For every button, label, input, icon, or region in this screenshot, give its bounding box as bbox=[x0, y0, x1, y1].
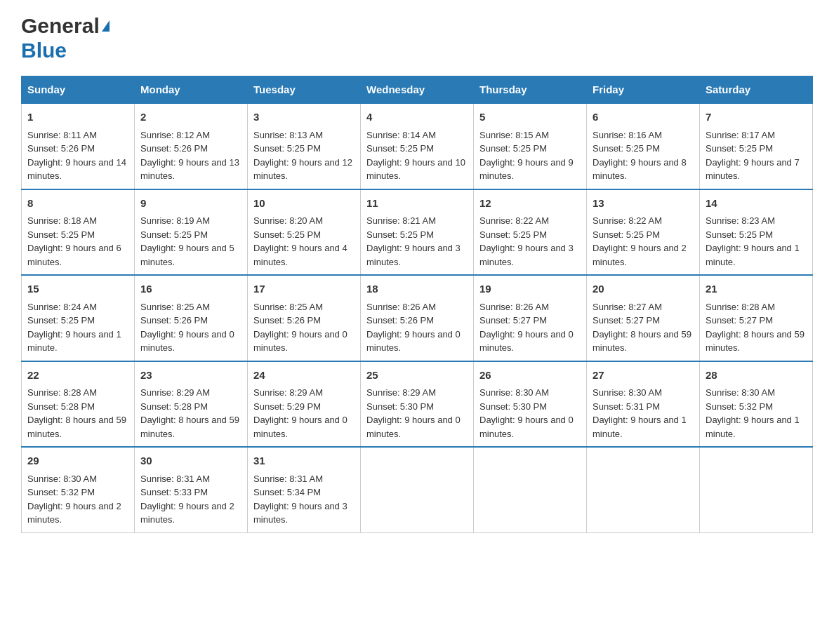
day-number: 8 bbox=[27, 196, 128, 212]
calendar-day: 5Sunrise: 8:15 AMSunset: 5:25 PMDaylight… bbox=[474, 103, 587, 189]
day-sunrise: Sunrise: 8:25 AM bbox=[140, 302, 210, 312]
day-daylight: Daylight: 9 hours and 0 minutes. bbox=[253, 415, 348, 439]
day-sunset: Sunset: 5:25 PM bbox=[27, 315, 95, 326]
empty-day bbox=[587, 447, 700, 532]
header-wednesday: Wednesday bbox=[361, 76, 474, 104]
day-daylight: Daylight: 9 hours and 7 minutes. bbox=[706, 157, 800, 182]
calendar-day: 15Sunrise: 8:24 AMSunset: 5:25 PMDayligh… bbox=[22, 275, 135, 361]
day-sunrise: Sunrise: 8:18 AM bbox=[27, 215, 97, 226]
day-sunset: Sunset: 5:25 PM bbox=[253, 229, 321, 240]
day-sunset: Sunset: 5:25 PM bbox=[706, 143, 773, 154]
day-number: 21 bbox=[706, 281, 807, 297]
day-number: 4 bbox=[366, 109, 468, 126]
day-daylight: Daylight: 9 hours and 0 minutes. bbox=[479, 329, 574, 354]
day-sunset: Sunset: 5:31 PM bbox=[593, 401, 660, 412]
day-sunset: Sunset: 5:27 PM bbox=[479, 315, 547, 326]
day-daylight: Daylight: 8 hours and 59 minutes. bbox=[706, 329, 805, 354]
day-daylight: Daylight: 9 hours and 5 minutes. bbox=[140, 243, 234, 267]
day-sunset: Sunset: 5:26 PM bbox=[140, 143, 208, 154]
day-number: 10 bbox=[253, 196, 355, 212]
day-sunrise: Sunrise: 8:29 AM bbox=[366, 387, 436, 398]
calendar-day: 17Sunrise: 8:25 AMSunset: 5:26 PMDayligh… bbox=[248, 275, 361, 361]
calendar-day: 23Sunrise: 8:29 AMSunset: 5:28 PMDayligh… bbox=[135, 361, 248, 448]
day-daylight: Daylight: 9 hours and 1 minute. bbox=[706, 243, 800, 267]
day-daylight: Daylight: 9 hours and 3 minutes. bbox=[479, 243, 574, 267]
day-number: 31 bbox=[253, 453, 355, 469]
day-number: 15 bbox=[27, 281, 128, 297]
day-number: 26 bbox=[479, 368, 581, 384]
day-sunset: Sunset: 5:25 PM bbox=[27, 229, 95, 240]
day-sunset: Sunset: 5:25 PM bbox=[593, 229, 660, 240]
logo-general: General bbox=[21, 14, 100, 37]
day-sunset: Sunset: 5:26 PM bbox=[27, 143, 95, 154]
day-daylight: Daylight: 9 hours and 2 minutes. bbox=[593, 243, 687, 267]
day-number: 16 bbox=[140, 281, 241, 297]
day-sunset: Sunset: 5:25 PM bbox=[366, 229, 434, 240]
day-sunrise: Sunrise: 8:30 AM bbox=[27, 474, 97, 484]
day-daylight: Daylight: 9 hours and 2 minutes. bbox=[140, 501, 234, 525]
day-sunrise: Sunrise: 8:31 AM bbox=[140, 474, 210, 484]
day-sunrise: Sunrise: 8:27 AM bbox=[593, 302, 662, 312]
day-sunset: Sunset: 5:25 PM bbox=[140, 229, 208, 240]
day-number: 18 bbox=[366, 281, 468, 297]
day-sunset: Sunset: 5:25 PM bbox=[479, 143, 547, 154]
header-friday: Friday bbox=[587, 76, 700, 104]
day-sunrise: Sunrise: 8:24 AM bbox=[27, 302, 97, 312]
day-number: 19 bbox=[479, 281, 581, 297]
day-sunrise: Sunrise: 8:23 AM bbox=[706, 215, 775, 226]
calendar-week-row: 8Sunrise: 8:18 AMSunset: 5:25 PMDaylight… bbox=[22, 189, 813, 276]
day-daylight: Daylight: 9 hours and 0 minutes. bbox=[479, 415, 574, 439]
calendar-day: 10Sunrise: 8:20 AMSunset: 5:25 PMDayligh… bbox=[248, 189, 361, 276]
day-sunset: Sunset: 5:30 PM bbox=[479, 401, 547, 412]
header-tuesday: Tuesday bbox=[248, 76, 361, 104]
calendar-day: 9Sunrise: 8:19 AMSunset: 5:25 PMDaylight… bbox=[135, 189, 248, 276]
calendar-day: 11Sunrise: 8:21 AMSunset: 5:25 PMDayligh… bbox=[361, 189, 474, 276]
day-number: 20 bbox=[593, 281, 694, 297]
day-sunrise: Sunrise: 8:21 AM bbox=[366, 215, 436, 226]
day-daylight: Daylight: 9 hours and 3 minutes. bbox=[366, 243, 461, 267]
day-number: 1 bbox=[27, 109, 128, 126]
logo: General Blue bbox=[21, 14, 110, 62]
day-sunset: Sunset: 5:33 PM bbox=[140, 487, 208, 497]
day-daylight: Daylight: 9 hours and 14 minutes. bbox=[27, 157, 126, 182]
day-sunrise: Sunrise: 8:11 AM bbox=[27, 130, 97, 140]
day-daylight: Daylight: 9 hours and 0 minutes. bbox=[366, 329, 461, 354]
day-number: 14 bbox=[706, 196, 807, 212]
calendar-week-row: 22Sunrise: 8:28 AMSunset: 5:28 PMDayligh… bbox=[22, 361, 813, 448]
header-sunday: Sunday bbox=[22, 76, 135, 104]
day-number: 28 bbox=[706, 368, 807, 384]
day-daylight: Daylight: 9 hours and 1 minute. bbox=[706, 415, 800, 439]
calendar-day: 14Sunrise: 8:23 AMSunset: 5:25 PMDayligh… bbox=[700, 189, 813, 276]
calendar-day: 29Sunrise: 8:30 AMSunset: 5:32 PMDayligh… bbox=[22, 447, 135, 532]
day-daylight: Daylight: 9 hours and 2 minutes. bbox=[27, 501, 121, 525]
day-number: 29 bbox=[27, 453, 128, 469]
header-thursday: Thursday bbox=[474, 76, 587, 104]
day-number: 25 bbox=[366, 368, 468, 384]
day-daylight: Daylight: 9 hours and 6 minutes. bbox=[27, 243, 121, 267]
day-number: 7 bbox=[706, 109, 807, 126]
day-sunrise: Sunrise: 8:28 AM bbox=[706, 302, 775, 312]
day-sunset: Sunset: 5:28 PM bbox=[27, 401, 95, 412]
day-daylight: Daylight: 9 hours and 0 minutes. bbox=[140, 329, 234, 354]
day-sunrise: Sunrise: 8:25 AM bbox=[253, 302, 323, 312]
calendar-day: 1Sunrise: 8:11 AMSunset: 5:26 PMDaylight… bbox=[22, 103, 135, 189]
calendar-table: SundayMondayTuesdayWednesdayThursdayFrid… bbox=[21, 76, 813, 533]
day-number: 6 bbox=[593, 109, 694, 126]
day-sunrise: Sunrise: 8:29 AM bbox=[253, 387, 323, 398]
calendar-day: 12Sunrise: 8:22 AMSunset: 5:25 PMDayligh… bbox=[474, 189, 587, 276]
day-number: 23 bbox=[140, 368, 241, 384]
day-sunset: Sunset: 5:25 PM bbox=[253, 143, 321, 154]
day-daylight: Daylight: 9 hours and 0 minutes. bbox=[366, 415, 461, 439]
day-sunrise: Sunrise: 8:22 AM bbox=[593, 215, 662, 226]
calendar-day: 2Sunrise: 8:12 AMSunset: 5:26 PMDaylight… bbox=[135, 103, 248, 189]
day-daylight: Daylight: 9 hours and 8 minutes. bbox=[593, 157, 687, 182]
day-sunrise: Sunrise: 8:20 AM bbox=[253, 215, 323, 226]
header-saturday: Saturday bbox=[700, 76, 813, 104]
day-sunrise: Sunrise: 8:31 AM bbox=[253, 474, 323, 484]
calendar-day: 25Sunrise: 8:29 AMSunset: 5:30 PMDayligh… bbox=[361, 361, 474, 448]
day-number: 22 bbox=[27, 368, 128, 384]
calendar-day: 22Sunrise: 8:28 AMSunset: 5:28 PMDayligh… bbox=[22, 361, 135, 448]
header-monday: Monday bbox=[135, 76, 248, 104]
day-sunrise: Sunrise: 8:29 AM bbox=[140, 387, 210, 398]
logo-triangle-icon bbox=[102, 20, 110, 32]
